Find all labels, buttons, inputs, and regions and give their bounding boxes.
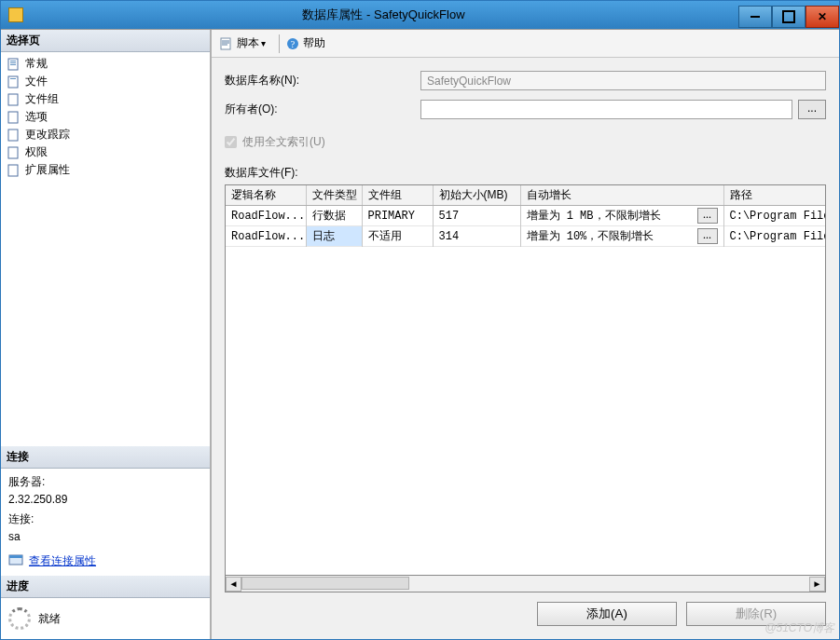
view-connection-properties-link[interactable]: 查看连接属性 — [29, 553, 96, 569]
maximize-button[interactable] — [772, 6, 806, 28]
conn-value: sa — [8, 530, 202, 543]
server-value: 2.32.250.89 — [8, 493, 202, 506]
conn-label: 连接: — [8, 511, 202, 527]
cell-ftype[interactable]: 行数据 — [306, 206, 362, 226]
col-logical[interactable]: 逻辑名称 — [226, 185, 306, 206]
scroll-left-icon[interactable]: ◄ — [226, 577, 241, 592]
sidebar-item-permissions[interactable]: 权限 — [1, 143, 210, 161]
svg-rect-13 — [221, 38, 230, 49]
page-icon — [7, 92, 21, 107]
script-button[interactable]: 脚本 ▾ — [219, 35, 266, 51]
cell-path[interactable]: C:\Program Files\Micr — [723, 206, 825, 226]
svg-rect-5 — [10, 78, 16, 79]
help-button[interactable]: ? 帮助 — [285, 35, 325, 51]
sidebar-item-label: 选项 — [25, 109, 48, 125]
sidebar-item-extprops[interactable]: 扩展属性 — [1, 161, 210, 179]
owner-input[interactable] — [420, 100, 792, 119]
left-panel: 选择页 常规 文件 文件组 选项 — [1, 30, 212, 639]
sidebar-item-general[interactable]: 常规 — [1, 55, 210, 73]
connection-info: 服务器: 2.32.250.89 连接: sa 查看连接属性 — [1, 469, 210, 576]
page-icon — [7, 110, 21, 125]
col-path[interactable]: 路径 — [723, 185, 825, 206]
owner-label: 所有者(O): — [225, 102, 420, 117]
growth-browse-button[interactable]: ... — [697, 228, 718, 244]
horizontal-scrollbar[interactable]: ◄ ► — [225, 576, 826, 592]
page-icon — [7, 57, 21, 72]
sidebar-item-files[interactable]: 文件 — [1, 73, 210, 90]
right-panel: 脚本 ▾ ? 帮助 数据库名称(N): 所有者(O): ... — [212, 30, 839, 639]
progress-spinner-icon — [8, 607, 31, 630]
section-progress: 进度 — [1, 576, 210, 598]
svg-rect-3 — [10, 64, 16, 65]
help-label: 帮助 — [303, 35, 325, 51]
dbname-input — [420, 71, 826, 90]
col-initsize[interactable]: 初始大小(MB) — [433, 185, 520, 206]
col-ftype[interactable]: 文件类型 — [306, 185, 362, 206]
sidebar-item-label: 更改跟踪 — [25, 127, 70, 143]
svg-rect-10 — [8, 165, 18, 176]
toolbar: 脚本 ▾ ? 帮助 — [212, 30, 839, 58]
owner-browse-button[interactable]: ... — [798, 100, 826, 119]
svg-rect-7 — [8, 112, 18, 123]
growth-browse-button[interactable]: ... — [697, 208, 718, 224]
progress-status: 就绪 — [38, 611, 61, 627]
minimize-button[interactable] — [738, 6, 772, 28]
scroll-track[interactable] — [241, 577, 809, 592]
page-icon — [7, 145, 21, 160]
sidebar-item-label: 权限 — [25, 144, 48, 160]
sidebar-item-changetracking[interactable]: 更改跟踪 — [1, 126, 210, 143]
sidebar-item-label: 常规 — [25, 56, 48, 72]
server-label: 服务器: — [8, 474, 202, 490]
col-fgroup[interactable]: 文件组 — [362, 185, 433, 206]
svg-rect-2 — [10, 62, 16, 63]
svg-rect-9 — [8, 147, 18, 158]
cell-initsize[interactable]: 517 — [433, 206, 520, 226]
cell-growth[interactable]: 增量为 10%，不限制增长... — [520, 226, 723, 247]
sidebar-item-options[interactable]: 选项 — [1, 108, 210, 126]
cell-ftype[interactable]: 日志 — [306, 226, 362, 247]
section-connection: 连接 — [1, 446, 210, 469]
toolbar-separator — [279, 34, 280, 53]
dbname-label: 数据库名称(N): — [225, 73, 420, 89]
table-row[interactable]: RoadFlow... 行数据 PRIMARY 517 增量为 1 MB，不限制… — [226, 206, 825, 226]
help-icon: ? — [285, 36, 300, 51]
cell-fgroup[interactable]: PRIMARY — [362, 206, 433, 226]
cell-path[interactable]: C:\Program Files\Micr — [723, 226, 825, 247]
cell-logical[interactable]: RoadFlow... — [226, 206, 306, 226]
close-button[interactable] — [806, 6, 839, 28]
scroll-thumb[interactable] — [241, 577, 409, 590]
files-table[interactable]: 逻辑名称 文件类型 文件组 初始大小(MB) 自动增长 路径 — [225, 184, 826, 576]
window-controls — [738, 3, 839, 28]
svg-rect-8 — [8, 129, 18, 141]
sidebar-item-label: 文件 — [25, 74, 48, 89]
db-files-label: 数据库文件(F): — [225, 165, 826, 181]
cell-growth[interactable]: 增量为 1 MB，不限制增长... — [520, 206, 723, 226]
cell-fgroup[interactable]: 不适用 — [362, 226, 433, 247]
table-row[interactable]: RoadFlow... 日志 不适用 314 增量为 10%，不限制增长... … — [226, 226, 825, 247]
titlebar: 数据库属性 - SafetyQuickFlow — [1, 1, 839, 29]
select-page-list: 常规 文件 文件组 选项 更改跟踪 — [1, 52, 210, 182]
col-growth[interactable]: 自动增长 — [520, 185, 723, 206]
cell-logical[interactable]: RoadFlow... — [226, 226, 306, 247]
page-icon — [7, 75, 21, 89]
sidebar-item-label: 文件组 — [25, 91, 59, 107]
svg-rect-4 — [8, 76, 18, 88]
svg-text:?: ? — [291, 39, 296, 49]
section-select-page: 选择页 — [1, 30, 210, 52]
scroll-right-icon[interactable]: ► — [809, 577, 825, 592]
svg-rect-6 — [8, 94, 18, 105]
add-button[interactable]: 添加(A) — [537, 602, 677, 626]
chevron-down-icon: ▾ — [261, 38, 266, 48]
sidebar-item-filegroups[interactable]: 文件组 — [1, 90, 210, 108]
fulltext-label: 使用全文索引(U) — [242, 134, 325, 150]
fulltext-checkbox — [225, 136, 237, 148]
page-icon — [7, 128, 21, 143]
cell-initsize[interactable]: 314 — [433, 226, 520, 247]
progress-area: 就绪 — [1, 598, 210, 639]
script-label: 脚本 — [237, 35, 259, 51]
page-icon — [7, 163, 21, 178]
svg-rect-12 — [9, 555, 22, 558]
sidebar-item-label: 扩展属性 — [25, 162, 70, 178]
properties-icon — [8, 552, 23, 570]
main-area: 数据库名称(N): 所有者(O): ... 使用全文索引(U) 数据库文件(F)… — [212, 58, 839, 639]
